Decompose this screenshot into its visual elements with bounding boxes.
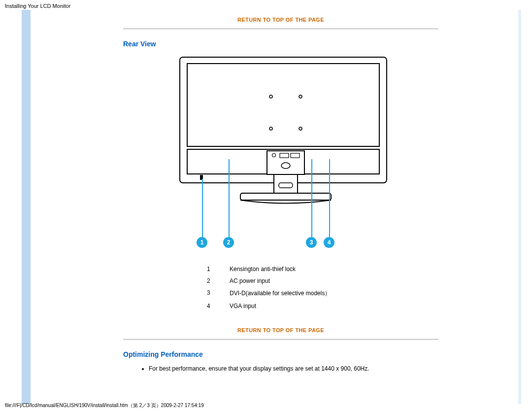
monitor-rear-svg — [177, 55, 389, 217]
table-row: 1 Kensington anti-thief lock — [203, 264, 334, 274]
callout-badge-4: 4 — [324, 237, 334, 248]
callout-line-3 — [311, 159, 312, 238]
svg-rect-1 — [187, 64, 379, 146]
sidebar-accent — [22, 10, 31, 404]
footer-file-path: file:///F|/CD/lcd/manual/ENGLISH/190V/in… — [5, 402, 204, 409]
rear-view-diagram: 1 2 3 4 — [123, 55, 438, 252]
callout-badge-3: 3 — [306, 237, 317, 248]
return-to-top-link[interactable]: RETURN TO TOP OF THE PAGE — [123, 327, 438, 333]
svg-rect-13 — [274, 174, 298, 193]
divider — [123, 29, 438, 29]
page: Installing Your LCD Monitor RETURN TO TO… — [0, 0, 532, 411]
table-row: 3 DVI-D(available for selective models） — [203, 287, 334, 300]
legend-num: 2 — [203, 275, 225, 286]
callout-line-2 — [229, 159, 230, 238]
rear-view-heading: Rear View — [123, 40, 438, 48]
legend-num: 4 — [203, 301, 225, 311]
callout-badge-2: 2 — [223, 237, 234, 248]
callout-line-4 — [329, 159, 330, 238]
optimizing-heading: Optimizing Performance — [123, 350, 438, 358]
list-item: For best performance, ensure that your d… — [149, 365, 438, 372]
legend-text: AC power input — [226, 275, 334, 286]
callout-line-1 — [202, 179, 203, 238]
legend-text: Kensington anti-thief lock — [226, 264, 334, 274]
optimizing-list: For best performance, ensure that your d… — [129, 365, 438, 372]
callout-badge-1: 1 — [197, 237, 207, 248]
divider — [123, 339, 438, 340]
return-to-top-link[interactable]: RETURN TO TOP OF THE PAGE — [123, 17, 438, 23]
content-area: RETURN TO TOP OF THE PAGE Rear View — [123, 10, 438, 378]
svg-rect-15 — [240, 193, 331, 200]
port-legend-table: 1 Kensington anti-thief lock 2 AC power … — [202, 263, 335, 312]
legend-text: DVI-D(available for selective models） — [226, 287, 334, 300]
page-title: Installing Your LCD Monitor — [5, 3, 70, 9]
legend-num: 3 — [203, 287, 225, 300]
legend-num: 1 — [203, 264, 225, 274]
legend-text: VGA input — [226, 301, 334, 311]
right-accent — [518, 10, 521, 404]
table-row: 2 AC power input — [203, 275, 334, 286]
table-row: 4 VGA input — [203, 301, 334, 311]
